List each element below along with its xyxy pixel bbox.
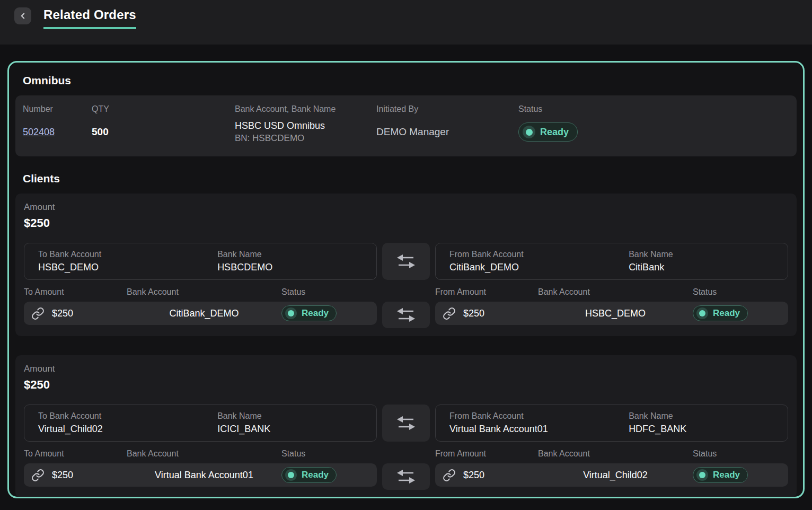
omnibus-col-status: Status [518, 104, 789, 114]
from-row-amount-cell: $250 [435, 307, 538, 320]
to-row-status-cell: Ready [281, 305, 377, 321]
omnibus-status-cell: Ready [518, 122, 789, 142]
amount-label: Amount [24, 202, 788, 213]
omnibus-table: Number QTY Bank Account, Bank Name Initi… [15, 95, 797, 156]
from-row-headers: From Amount Bank Account Status [435, 449, 788, 459]
link-icon [31, 307, 45, 320]
status-header: Status [281, 449, 377, 459]
omnibus-row-number-cell: 502408 [23, 127, 92, 138]
omnibus-col-number: Number [23, 104, 92, 114]
status-badge: Ready [281, 305, 337, 321]
from-bank-account-field: From Bank Account CitiBank_DEMO [449, 250, 629, 273]
omnibus-bank-account: HSBC USD Omnibus [235, 120, 376, 131]
amount-value: $250 [24, 378, 788, 392]
to-row-bank-account: CitiBank_DEMO [127, 308, 281, 319]
status-badge: Ready [518, 122, 578, 142]
status-dot-icon [285, 307, 297, 319]
from-bank-box: From Bank Account Virtual Bank Account01… [435, 405, 788, 442]
transfer-arrows-box [382, 243, 430, 280]
status-dot-icon [523, 126, 535, 138]
order-number-link[interactable]: 502408 [23, 127, 55, 137]
transfer-arrows-box [382, 463, 430, 490]
amount-value: $250 [24, 216, 788, 230]
bank-name-value: CitiBank [629, 262, 788, 273]
page-title: Related Orders [43, 7, 136, 29]
bank-account-header: Bank Account [538, 287, 693, 297]
to-bank-account-field: To Bank Account HSBC_DEMO [38, 250, 217, 273]
transfer-grid: To Bank Account Virtual_Child02 Bank Nam… [24, 405, 788, 490]
status-header: Status [693, 287, 788, 297]
bank-name-field: Bank Name ICICI_BANK [217, 411, 376, 435]
amount-label: Amount [24, 364, 788, 374]
omnibus-initiated-by: DEMO Manager [376, 126, 518, 138]
bank-name-field: Bank Name HSBCDEMO [217, 250, 376, 273]
status-badge-label: Ready [713, 308, 740, 319]
transfer-arrows-icon [394, 252, 418, 270]
omnibus-section-title: Omnibus [23, 74, 789, 87]
from-transaction-row: $250 HSBC_DEMO Ready [435, 302, 788, 325]
back-button[interactable] [14, 7, 31, 24]
client-card: Amount $250 To Bank Account HSBC_DEMO Ba… [15, 194, 797, 336]
top-bar: Related Orders [0, 0, 812, 45]
bank-name-value: HDFC_BANK [629, 424, 788, 435]
client-card: Amount $250 To Bank Account Virtual_Chil… [15, 355, 797, 498]
to-bank-account-label: To Bank Account [38, 411, 217, 421]
omnibus-row-bank-cell: HSBC USD Omnibus BN: HSBCDEMO [235, 120, 376, 144]
bank-account-header: Bank Account [538, 449, 693, 459]
from-bank-account-field: From Bank Account Virtual Bank Account01 [449, 411, 629, 435]
to-bank-account-value: Virtual_Child02 [38, 424, 217, 435]
to-row-amount-cell: $250 [24, 469, 127, 482]
transfer-arrows-icon [394, 414, 418, 432]
bank-name-value: ICICI_BANK [217, 424, 376, 435]
transfer-arrows-icon [394, 468, 418, 486]
bank-name-field: Bank Name CitiBank [629, 250, 788, 273]
transfer-grid: To Bank Account HSBC_DEMO Bank Name HSBC… [24, 243, 788, 328]
to-row-headers: To Amount Bank Account Status [24, 287, 377, 297]
to-bank-account-field: To Bank Account Virtual_Child02 [38, 411, 217, 435]
from-row-amount-cell: $250 [435, 469, 538, 482]
status-badge: Ready [281, 467, 337, 483]
from-transaction-row: $250 Virtual_Child02 Ready [435, 463, 788, 487]
transfer-arrows-box [382, 302, 430, 328]
from-row-amount: $250 [463, 470, 484, 481]
from-row-bank-account: Virtual_Child02 [538, 470, 693, 481]
status-badge: Ready [693, 467, 748, 483]
to-amount-header: To Amount [24, 449, 127, 459]
link-icon [443, 307, 456, 320]
status-badge-label: Ready [540, 127, 569, 138]
to-amount-header: To Amount [24, 287, 127, 297]
from-bank-account-label: From Bank Account [449, 250, 629, 259]
bank-name-value: HSBCDEMO [217, 262, 376, 273]
omnibus-row-qty: 500 [92, 126, 235, 138]
from-bank-box: From Bank Account CitiBank_DEMO Bank Nam… [435, 243, 788, 280]
to-row-status-cell: Ready [281, 467, 377, 483]
omnibus-col-bank: Bank Account, Bank Name [235, 104, 376, 114]
status-dot-icon [696, 469, 708, 481]
from-bank-account-value: CitiBank_DEMO [449, 262, 629, 273]
from-row-status-cell: Ready [693, 467, 788, 483]
bank-name-label: Bank Name [217, 411, 376, 421]
to-bank-account-value: HSBC_DEMO [38, 262, 217, 273]
omnibus-col-initiated-by: Initiated By [376, 104, 518, 114]
bank-account-header: Bank Account [127, 287, 281, 297]
to-row-amount-cell: $250 [24, 307, 127, 320]
to-transaction-row: $250 CitiBank_DEMO Ready [24, 302, 377, 325]
omnibus-bank-name: BN: HSBCDEMO [235, 133, 376, 144]
status-badge-label: Ready [302, 308, 329, 319]
to-bank-box: To Bank Account Virtual_Child02 Bank Nam… [24, 405, 377, 442]
to-row-amount: $250 [52, 470, 73, 481]
to-row-bank-account: Virtual Bank Account01 [127, 470, 281, 481]
from-row-status-cell: Ready [693, 305, 788, 321]
from-bank-account-value: Virtual Bank Account01 [449, 424, 629, 435]
related-orders-panel: Omnibus Number QTY Bank Account, Bank Na… [7, 61, 805, 498]
from-row-bank-account: HSBC_DEMO [538, 308, 693, 319]
status-dot-icon [285, 469, 297, 481]
bank-name-label: Bank Name [217, 250, 376, 259]
from-bank-account-label: From Bank Account [449, 411, 629, 421]
bank-account-header: Bank Account [127, 449, 281, 459]
status-header: Status [281, 287, 377, 297]
chevron-left-icon [18, 11, 28, 21]
status-header: Status [693, 449, 788, 459]
link-icon [31, 469, 45, 482]
bank-name-label: Bank Name [629, 250, 788, 259]
